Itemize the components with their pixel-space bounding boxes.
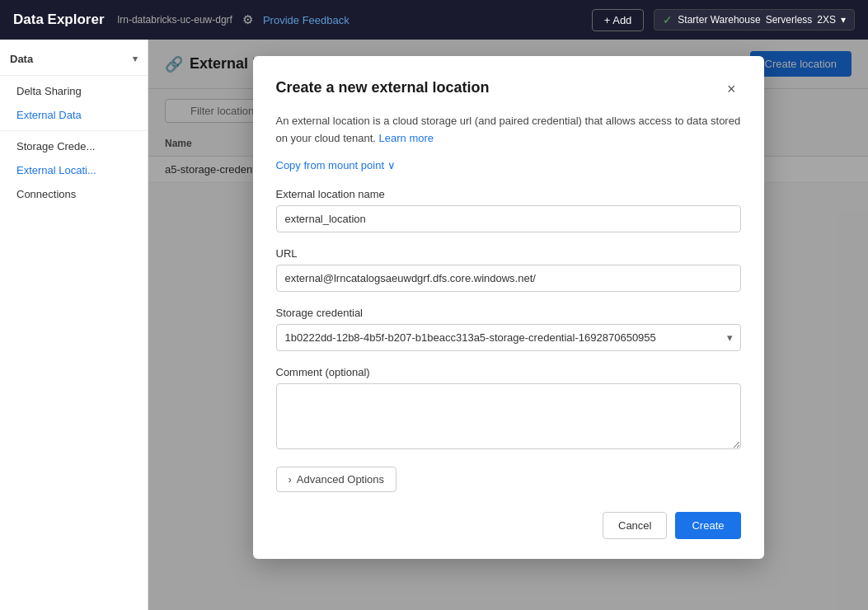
- sidebar-item-delta-sharing[interactable]: Delta Sharing: [0, 79, 148, 103]
- sidebar-data-label: Data: [10, 53, 33, 65]
- storage-credential-group: Storage credential 1b0222dd-12b8-4b5f-b2…: [276, 307, 741, 351]
- modal-overlay: Create a new external location × An exte…: [148, 40, 868, 610]
- app-title: Data Explorer: [13, 12, 105, 28]
- instance-id: lrn-databricks-uc-euw-dgrf: [118, 14, 232, 26]
- learn-more-link[interactable]: Learn more: [379, 132, 434, 144]
- comment-group: Comment (optional): [276, 366, 741, 452]
- warehouse-size: 2XS: [817, 14, 836, 26]
- url-input[interactable]: [276, 265, 741, 292]
- warehouse-chevron-icon: ▾: [841, 14, 846, 26]
- sidebar-divider-1: [0, 75, 148, 76]
- sidebar: Data ▾ Delta Sharing External Data Stora…: [0, 40, 148, 610]
- sidebar-item-data[interactable]: Data ▾: [0, 46, 148, 72]
- storage-credential-select[interactable]: 1b0222dd-12b8-4b5f-b207-b1beacc313a5-sto…: [276, 324, 741, 351]
- warehouse-selector[interactable]: ✓ Starter Warehouse Serverless 2XS ▾: [654, 9, 855, 30]
- modal-title: Create a new external location: [276, 79, 490, 96]
- comment-label: Comment (optional): [276, 366, 741, 378]
- main-layout: Data ▾ Delta Sharing External Data Stora…: [0, 40, 868, 610]
- sidebar-item-external-data[interactable]: External Data: [0, 103, 148, 127]
- storage-credential-label: Storage credential: [276, 307, 741, 319]
- warehouse-name: Starter Warehouse: [678, 14, 760, 26]
- modal-description: An external location is a cloud storage …: [276, 113, 741, 148]
- storage-credential-select-wrap: 1b0222dd-12b8-4b5f-b207-b1beacc313a5-sto…: [276, 324, 741, 351]
- topbar: Data Explorer lrn-databricks-uc-euw-dgrf…: [0, 0, 868, 40]
- ext-location-name-label: External location name: [276, 188, 741, 200]
- warehouse-check-icon: ✓: [663, 13, 673, 26]
- cancel-button[interactable]: Cancel: [603, 512, 667, 539]
- comment-textarea[interactable]: [276, 383, 741, 449]
- ext-location-name-group: External location name: [276, 188, 741, 232]
- sidebar-item-connections[interactable]: Connections: [0, 182, 148, 206]
- warehouse-type: Serverless: [766, 14, 813, 26]
- advanced-options-button[interactable]: › Advanced Options: [276, 467, 397, 492]
- feedback-link[interactable]: Provide Feedback: [263, 14, 350, 26]
- url-label: URL: [276, 247, 741, 260]
- chevron-down-icon: ∨: [387, 159, 396, 171]
- copy-mount-point-button[interactable]: Copy from mount point ∨: [276, 159, 396, 171]
- modal-header: Create a new external location ×: [276, 79, 741, 100]
- modal-close-button[interactable]: ×: [722, 79, 741, 100]
- content-area: 🔗 External Locations Create location 🔍 N…: [148, 40, 868, 610]
- url-group: URL: [276, 247, 741, 292]
- gear-icon[interactable]: ⚙: [242, 12, 253, 27]
- advanced-options-chevron-icon: ›: [289, 473, 292, 486]
- modal-footer: Cancel Create: [276, 512, 741, 539]
- chevron-down-icon: ▾: [133, 54, 138, 64]
- create-external-location-modal: Create a new external location × An exte…: [253, 56, 764, 559]
- ext-location-name-input[interactable]: [276, 205, 741, 232]
- sidebar-divider-2: [0, 130, 148, 131]
- add-button[interactable]: + Add: [592, 9, 645, 31]
- sidebar-item-external-locations[interactable]: External Locati...: [0, 158, 148, 182]
- sidebar-item-storage-credentials[interactable]: Storage Crede...: [0, 134, 148, 158]
- create-button[interactable]: Create: [675, 512, 740, 539]
